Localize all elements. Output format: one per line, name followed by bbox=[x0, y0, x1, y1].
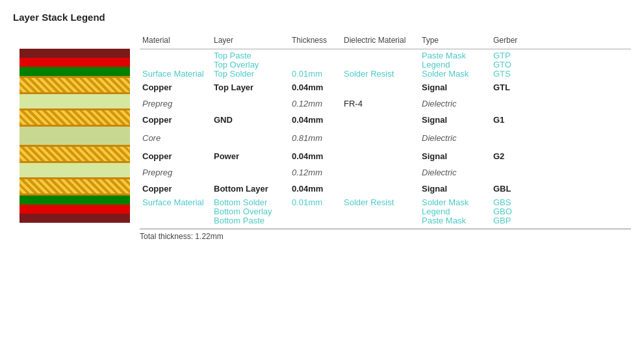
table-cell bbox=[289, 63, 341, 66]
table-cell: Bottom Paste bbox=[211, 214, 289, 227]
table-cell: Dielectric bbox=[419, 97, 491, 110]
table-cell: Prepreg bbox=[140, 166, 211, 179]
table-row: Core0.81mmDielectric bbox=[140, 129, 631, 147]
table-cell: 0.12mm bbox=[289, 97, 341, 110]
table-cell bbox=[341, 219, 419, 221]
table-cell: Solder Resist bbox=[341, 68, 419, 80]
table-cell bbox=[341, 155, 419, 157]
table-cell: Top Layer bbox=[211, 81, 289, 94]
table-row: CopperBottom Layer0.04mmSignalGBL bbox=[140, 179, 631, 197]
table-cell: GBL bbox=[491, 183, 543, 195]
table-cell: Solder Resist bbox=[341, 196, 419, 208]
table-cell: 0.04mm bbox=[289, 183, 341, 195]
table-cell: 0.01mm bbox=[289, 196, 341, 208]
table-cell bbox=[289, 210, 341, 212]
table-cell: Core bbox=[140, 132, 211, 144]
table-cell: Power bbox=[211, 150, 289, 162]
table-cell: Copper bbox=[140, 114, 211, 126]
table-cell: Top Solder bbox=[211, 68, 289, 80]
table-cell: G1 bbox=[491, 114, 543, 126]
stack-bar-row bbox=[13, 214, 140, 223]
table-cell: Bottom Layer bbox=[211, 183, 289, 195]
table-cell bbox=[211, 102, 289, 105]
table-cell bbox=[341, 187, 419, 190]
header-gerber: Gerber bbox=[491, 34, 543, 46]
header-thickness: Thickness bbox=[289, 34, 341, 46]
table-cell bbox=[289, 54, 341, 57]
table-header: Material Layer Thickness Dielectric Mate… bbox=[140, 34, 631, 49]
table-cell bbox=[341, 118, 419, 121]
table-cell bbox=[140, 219, 211, 221]
table-cell: 0.04mm bbox=[289, 81, 341, 94]
header-material: Material bbox=[140, 34, 211, 46]
table-row: Surface MaterialTop Solder0.01mmSolder R… bbox=[140, 69, 631, 78]
table-cell: Signal bbox=[419, 114, 491, 126]
table-cell: Copper bbox=[140, 81, 211, 94]
table-cell: FR-4 bbox=[341, 97, 419, 110]
table-row: Bottom PastePaste MaskGBP bbox=[140, 216, 631, 225]
table-row: CopperPower0.04mmSignalG2 bbox=[140, 147, 631, 165]
table-cell bbox=[341, 54, 419, 57]
table-cell: 0.01mm bbox=[289, 68, 341, 80]
table-cell: Dielectric bbox=[419, 166, 491, 179]
table-cell bbox=[491, 136, 543, 139]
stack-bar-row bbox=[13, 145, 140, 163]
table-cell bbox=[491, 171, 543, 173]
table-cell: Dielectric bbox=[419, 132, 491, 144]
stack-bar-row bbox=[13, 94, 140, 108]
stack-bar-row bbox=[13, 108, 140, 127]
total-thickness: Total thickness: 1.22mm bbox=[140, 229, 631, 241]
table-cell bbox=[140, 54, 211, 57]
table-row: CopperGND0.04mmSignalG1 bbox=[140, 110, 631, 129]
table-cell: Surface Material bbox=[140, 68, 211, 80]
table-cell: 0.04mm bbox=[289, 150, 341, 162]
table-cell: Surface Material bbox=[140, 196, 211, 208]
table-row: Prepreg0.12mmDielectric bbox=[140, 165, 631, 179]
table-cell bbox=[211, 136, 289, 139]
table-cell bbox=[491, 102, 543, 105]
table-cell bbox=[341, 86, 419, 88]
table-cell bbox=[211, 171, 289, 173]
layer-stack-visual bbox=[13, 49, 140, 223]
table-row: Prepreg0.12mmFR-4Dielectric bbox=[140, 96, 631, 110]
table-cell: Signal bbox=[419, 183, 491, 195]
table-cell bbox=[140, 210, 211, 212]
layer-table: Material Layer Thickness Dielectric Mate… bbox=[140, 34, 631, 241]
stack-bar-row bbox=[13, 76, 140, 94]
header-dielectric: Dielectric Material bbox=[341, 34, 419, 46]
stack-bar-row bbox=[13, 205, 140, 214]
stack-bar-row bbox=[13, 163, 140, 177]
table-cell bbox=[341, 136, 419, 139]
table-cell: Copper bbox=[140, 183, 211, 195]
table-cell bbox=[341, 171, 419, 173]
table-cell: GTL bbox=[491, 81, 543, 94]
table-cell: Copper bbox=[140, 150, 211, 162]
stack-bar-row bbox=[13, 177, 140, 196]
header-type: Type bbox=[419, 34, 491, 46]
stack-bar-row bbox=[13, 58, 140, 67]
table-cell bbox=[289, 219, 341, 221]
table-cell: Prepreg bbox=[140, 97, 211, 110]
table-cell: G2 bbox=[491, 150, 543, 162]
table-cell: GND bbox=[211, 114, 289, 126]
table-cell: Paste Mask bbox=[419, 214, 491, 227]
table-body: Top PastePaste MaskGTPTop OverlayLegendG… bbox=[140, 51, 631, 225]
stack-bar-row bbox=[13, 67, 140, 76]
stack-bar-row bbox=[13, 127, 140, 145]
stack-bar-row bbox=[13, 49, 140, 58]
table-row: CopperTop Layer0.04mmSignalGTL bbox=[140, 78, 631, 96]
table-cell: 0.81mm bbox=[289, 132, 341, 144]
table-cell: GTS bbox=[491, 68, 543, 80]
table-cell: 0.04mm bbox=[289, 114, 341, 126]
table-cell bbox=[140, 63, 211, 66]
header-layer: Layer bbox=[211, 34, 289, 46]
page-title: Layer Stack Legend bbox=[13, 12, 631, 23]
table-cell: Solder Mask bbox=[419, 68, 491, 80]
table-cell: Signal bbox=[419, 81, 491, 94]
table-cell bbox=[341, 210, 419, 212]
table-cell: 0.12mm bbox=[289, 166, 341, 179]
table-cell: GBP bbox=[491, 214, 543, 227]
table-cell: Signal bbox=[419, 150, 491, 162]
table-cell bbox=[341, 63, 419, 66]
stack-bar-row bbox=[13, 196, 140, 205]
